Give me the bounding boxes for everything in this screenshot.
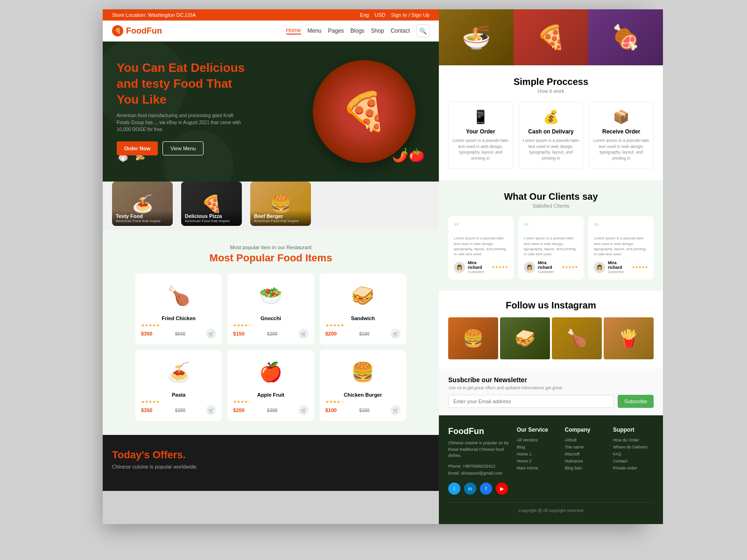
currency-selector[interactable]: USD	[374, 12, 385, 18]
footer-support-item[interactable]: Where do Delivery	[613, 445, 654, 449]
review-card-1: " Lorem ipsum is a pseudo-latin text use…	[448, 216, 514, 280]
insta-img-1[interactable]: 🍔	[448, 317, 498, 359]
footer-services-item[interactable]: Blog	[517, 445, 557, 449]
strip-img-2: 🍕	[514, 9, 588, 65]
nav-contact[interactable]: Contact	[391, 28, 410, 34]
footer-desc: Chinese cuisine is popular so try these …	[448, 440, 509, 459]
top-bar: Store Location: Washington DC,USA Eng US…	[103, 9, 439, 21]
footer: FoodFun Chinese cuisine is popular so tr…	[439, 415, 663, 524]
add-to-cart-button[interactable]: 🛒	[390, 405, 401, 415]
food-card-pizza[interactable]: 🍕 Delicious Pizza American Food that Ins…	[181, 182, 242, 226]
insta-img-2[interactable]: 🥪	[500, 317, 550, 359]
instagram-title: Follow us Instagram	[448, 300, 654, 311]
footer-support-title: Support	[613, 427, 654, 433]
store-location: Store Location: Washington DC,USA	[112, 12, 196, 18]
step-receive-icon: 📦	[593, 109, 649, 125]
language-selector[interactable]: Eng	[360, 12, 369, 18]
footer-company-item[interactable]: Miscroft	[565, 452, 606, 456]
strip-img-3: 🍖	[588, 9, 663, 65]
search-icon[interactable]: 🔍	[416, 24, 430, 37]
hero-buttons: Order Now View Menu	[117, 141, 247, 155]
add-to-cart-button[interactable]: 🛒	[298, 329, 309, 339]
insta-img-3[interactable]: 🍗	[552, 317, 602, 359]
popular-subtitle: Most popular item in our Restaurant	[112, 245, 430, 250]
footer-services-list: All Vendors Blog Home 1 Home 2 Main Home	[517, 438, 557, 470]
food-img-apple-fruit: 🍎	[252, 356, 289, 388]
process-step-receive: 📦 Receive Order Lorem ipsum is a pseudo-…	[589, 101, 654, 169]
footer-services-title: Our Service	[517, 427, 557, 433]
footer-services-item[interactable]: Home 1	[517, 452, 557, 456]
footer-support-item[interactable]: FAQ	[613, 452, 654, 456]
quote-icon-1: "	[454, 222, 508, 233]
offers-desc: Chinese cuisine is popular worldwide.	[112, 464, 430, 469]
footer-support-item[interactable]: Private order	[613, 466, 654, 470]
add-to-cart-button[interactable]: 🛒	[298, 405, 309, 415]
newsletter-email-input[interactable]	[448, 395, 614, 408]
footer-services-item[interactable]: All Vendors	[517, 438, 557, 442]
clients-subtitle: Satisfied Clients	[448, 203, 654, 209]
footer-company-item[interactable]: The name	[565, 445, 606, 449]
food-img-fried-chicken: 🍗	[160, 279, 197, 312]
brand-icon: 🍕	[112, 25, 123, 36]
add-to-cart-button[interactable]: 🛒	[206, 405, 216, 415]
food-grid: 🍗 Fried Chicken ★★★★★ $350 $500 🛒 🥗 Gnoc…	[135, 273, 406, 421]
newsletter-subscribe-button[interactable]: Subscribe	[618, 395, 654, 408]
instagram-section: Follow us Instagram 🍔 🥪 🍗 🍟	[439, 291, 663, 369]
food-card-burger[interactable]: 🍔 Beef Berger American Food that Inspire	[250, 182, 311, 226]
auth-link[interactable]: Sign In / Sign Up	[391, 12, 430, 18]
hero-heading: You Can Eat Delicious and testy Food Tha…	[117, 60, 247, 107]
process-subtitle: How it work	[448, 88, 654, 94]
footer-social: t in f ▶	[448, 483, 509, 495]
offers-section: Today's Offers. Chinese cuisine is popul…	[103, 435, 439, 491]
twitter-icon[interactable]: t	[448, 483, 460, 495]
footer-company-item[interactable]: Abhull	[565, 438, 606, 442]
reviewer-avatar-3: 👩	[594, 262, 605, 273]
add-to-cart-button[interactable]: 🛒	[390, 329, 401, 339]
food-item-apple-fruit: 🍎 Apple Fruit ★★★★☆ $200 $300 🛒	[227, 350, 314, 421]
youtube-icon[interactable]: ▶	[496, 483, 508, 495]
nav-shop[interactable]: Shop	[371, 28, 384, 34]
footer-support-item[interactable]: Contact	[613, 459, 654, 463]
add-to-cart-button[interactable]: 🛒	[206, 329, 216, 339]
food-strip: 🍝 Testy Food American Food that Inspire …	[103, 177, 439, 231]
footer-services-item[interactable]: Home 2	[517, 459, 557, 463]
process-steps: 📱 Your Order Lorem ipsum is a pseudo-lat…	[448, 101, 654, 169]
footer-company-item[interactable]: Malnance	[565, 459, 606, 463]
process-step-order: 📱 Your Order Lorem ipsum is a pseudo-lat…	[448, 101, 513, 169]
nav-home[interactable]: Home	[286, 27, 301, 35]
footer-company-list: Abhull The name Miscroft Malnance Blog b…	[565, 438, 606, 470]
instagram-grid: 🍔 🥪 🍗 🍟	[448, 317, 654, 359]
footer-services-item[interactable]: Main Home	[517, 466, 557, 470]
nav-pages[interactable]: Pages	[328, 28, 344, 34]
nav-menu[interactable]: Menu	[308, 28, 322, 34]
review-card-3: " Lorem ipsum is a pseudo-latin text use…	[588, 216, 654, 280]
clients-title: What Our Clients say	[448, 191, 654, 202]
facebook-icon[interactable]: f	[480, 483, 492, 495]
linkedin-icon[interactable]: in	[464, 483, 476, 495]
nav-blogs[interactable]: Blogs	[351, 28, 365, 34]
step-cash-icon: 💰	[523, 109, 579, 125]
footer-support-list: How do Order Where do Delivery FAQ Conta…	[613, 438, 654, 470]
review-card-2: " Lorem ipsum is a pseudo-latin text use…	[518, 216, 584, 280]
food-card-testy[interactable]: 🍝 Testy Food American Food that Inspire	[112, 182, 173, 226]
brand-logo[interactable]: 🍕 FoodFun	[112, 25, 162, 36]
reviewer-2: 👩 Mira richard Customer ★★★★★	[524, 260, 578, 274]
food-img-gnocchi: 🥗	[252, 279, 289, 312]
popular-title: Most Popular Food Items	[112, 252, 430, 264]
strip-img-1: 🍜	[439, 9, 514, 65]
footer-brand-col: FoodFun Chinese cuisine is popular so tr…	[448, 427, 509, 495]
view-menu-button[interactable]: View Menu	[162, 141, 204, 155]
hero-section: You Can Eat Delicious and testy Food Tha…	[103, 42, 439, 182]
reviewer-3: 👩 Mira richard Customer ★★★★★	[594, 260, 648, 274]
order-now-button[interactable]: Order Now	[117, 141, 158, 155]
footer-support-item[interactable]: How do Order	[613, 438, 654, 442]
newsletter-title: Susbcribe our Newsletter	[448, 376, 654, 384]
hero-description: American food manufacturing and processi…	[117, 112, 247, 133]
hero-image-strip: 🍜 🍕 🍖	[439, 9, 663, 65]
food-img-pasta: 🍝	[160, 356, 197, 388]
food-item-pasta: 🍝 Pasta ★★★★★ $350 $380 🛒	[135, 350, 222, 421]
insta-img-4[interactable]: 🍟	[604, 317, 654, 359]
footer-company-item[interactable]: Blog bain	[565, 466, 606, 470]
footer-brand-name: FoodFun	[448, 427, 509, 436]
footer-support-col: Support How do Order Where do Delivery F…	[613, 427, 654, 495]
